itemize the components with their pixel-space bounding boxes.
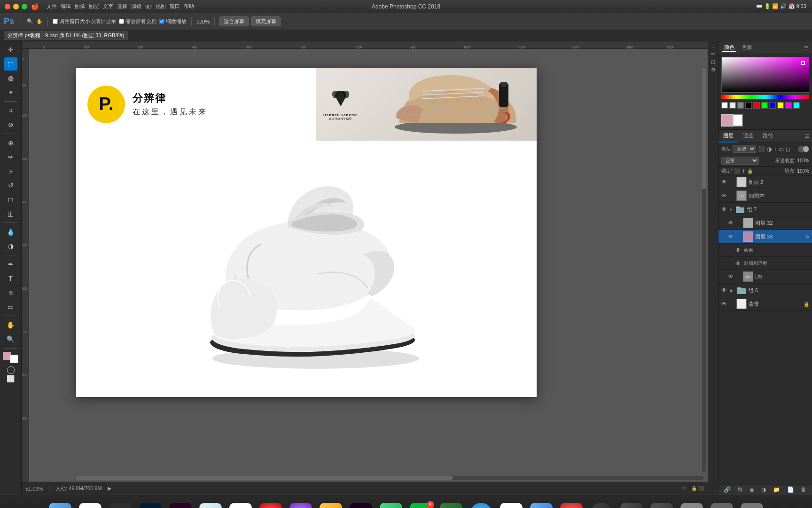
clone-tool[interactable]: ⎘ — [4, 165, 17, 178]
layer-fx-33[interactable]: fx — [806, 234, 809, 239]
layer-eye-bevel[interactable]: 👁 — [735, 260, 742, 267]
layer-item-group7[interactable]: 👁 ▾ 组 7 — [718, 203, 812, 216]
color-gradient-square[interactable] — [721, 57, 809, 93]
dock-sketch[interactable]: 💎 — [227, 501, 254, 508]
menu-file[interactable]: 文件 — [47, 3, 57, 10]
swatch-gray[interactable] — [737, 102, 744, 109]
new-layer-icon[interactable]: 📄 — [787, 486, 794, 493]
layer-item-bevel[interactable]: 👁 斜面和浮雕 — [718, 257, 812, 270]
add-link-icon[interactable]: 🔗 — [724, 486, 731, 493]
dock-search[interactable]: 🔍 — [197, 501, 224, 508]
blur-tool[interactable]: 💧 — [4, 225, 17, 238]
dock-ps[interactable]: Ps — [137, 501, 164, 508]
layer-item-03[interactable]: 👁 03 03副本 — [718, 189, 812, 203]
layer-type-filter[interactable]: 类型 — [733, 145, 756, 153]
vertical-scrollbar[interactable] — [702, 68, 706, 472]
fill-screen-button[interactable]: 填充屏幕 — [251, 16, 281, 26]
layer-item-32[interactable]: 👁 图层 32 — [718, 216, 812, 230]
menu-view[interactable]: 视图 — [156, 3, 166, 10]
filter-adjust-icon[interactable]: ◑ — [767, 146, 772, 152]
dock-ai[interactable]: Ai — [107, 501, 133, 508]
quick-mask-icon[interactable]: ◯ — [7, 365, 15, 374]
swatch-red[interactable] — [753, 102, 760, 109]
group6-arrow[interactable]: ▶ — [730, 288, 734, 293]
layer-eye-group7[interactable]: 👁 — [721, 206, 728, 213]
layers-panel-menu[interactable]: ☰ — [802, 131, 812, 141]
toolbar-zoom-tool[interactable]: 🔍 — [27, 18, 33, 24]
zoom-tool[interactable]: 🔍 — [4, 333, 17, 346]
layer-eye-bg[interactable]: 👁 — [721, 301, 728, 307]
adjustment-icon[interactable]: ◑ — [761, 486, 766, 493]
panel-menu-icon[interactable]: ☰ — [804, 45, 808, 50]
eraser-tool[interactable]: ◻ — [4, 193, 17, 206]
add-mask-icon[interactable]: ◉ — [750, 486, 754, 493]
menu-window[interactable]: 窗口 — [170, 3, 180, 10]
group7-arrow[interactable]: ▾ — [730, 207, 732, 212]
panel-edit-icon[interactable]: ✏ — [711, 51, 715, 57]
color-tab[interactable]: 颜色 — [722, 43, 736, 52]
dock-qq[interactable]: 🐧 — [528, 501, 554, 508]
toolbar-hand-tool[interactable]: ✋ — [36, 18, 43, 24]
swatch-blue[interactable] — [769, 102, 776, 109]
lasso-tool[interactable]: ◍ — [4, 71, 17, 85]
screen-mode-icon[interactable]: ⬜ — [7, 375, 15, 382]
history-tool[interactable]: ↺ — [4, 179, 17, 192]
dock-finder[interactable]: 😊 — [47, 501, 73, 508]
lock-move-icon[interactable]: ✛ — [742, 168, 745, 174]
swatch-green[interactable] — [761, 102, 768, 109]
layer-eye-2[interactable]: 👁 — [721, 179, 728, 185]
swatch-black[interactable] — [745, 102, 752, 109]
menu-select[interactable]: 选择 — [117, 3, 127, 10]
path-select-tool[interactable]: ⎋ — [4, 286, 17, 299]
horizontal-scrollbar[interactable] — [76, 476, 704, 480]
pen-tool[interactable]: ✒ — [4, 258, 17, 271]
dock-safari[interactable]: 🌐 — [468, 501, 494, 508]
move-tool[interactable]: ✛ — [4, 43, 17, 56]
shape-tool[interactable]: ▭ — [4, 300, 17, 313]
minimize-button[interactable] — [13, 4, 19, 9]
scrollbar-thumb-v[interactable] — [702, 68, 706, 189]
layer-eye-ds[interactable]: 👁 — [728, 273, 734, 280]
swatch-cyan[interactable] — [793, 102, 800, 109]
fill-value[interactable]: 100% — [797, 168, 809, 174]
filter-toggle[interactable] — [798, 146, 809, 152]
layer-item-effect[interactable]: 👁 效果 — [718, 244, 812, 257]
layer-item-33[interactable]: 👁 图层 33 fx — [718, 230, 812, 244]
swatch-magenta[interactable] — [785, 102, 792, 109]
tab-layers[interactable]: 图层 — [718, 130, 738, 143]
new-group-icon[interactable]: 📁 — [773, 486, 780, 493]
close-button[interactable] — [5, 4, 10, 9]
layer-item-background[interactable]: 👁 背景 🔒 — [718, 297, 812, 311]
crop-tool[interactable]: ⌗ — [4, 104, 17, 117]
blend-mode-select[interactable]: 正常 — [721, 157, 759, 165]
maximize-button[interactable] — [22, 4, 27, 9]
filter-pixel-icon[interactable]: ⬛ — [758, 146, 765, 152]
swatch-yellow[interactable] — [777, 102, 784, 109]
layer-eye-32[interactable]: 👁 — [728, 220, 734, 226]
menu-filter[interactable]: 滤镜 — [131, 3, 141, 10]
layer-eye-33[interactable]: 👁 — [728, 233, 734, 240]
tab-paths[interactable]: 路径 — [758, 130, 778, 143]
dock-purple-app[interactable]: ♦ — [288, 501, 314, 508]
fit-screen-button[interactable]: 适合屏幕 — [219, 16, 249, 26]
panel-shape-icon[interactable]: ◻ — [711, 59, 715, 65]
checkbox-all-input[interactable] — [119, 19, 124, 24]
dock-multiscreen[interactable]: ⊞ — [648, 501, 675, 508]
swatches-tab[interactable]: 色板 — [740, 43, 754, 52]
opacity-value[interactable]: 100% — [797, 158, 809, 163]
select-tool[interactable]: ⬚ — [4, 57, 17, 71]
dock-leaf[interactable]: 🌿 — [438, 501, 464, 508]
dock-wechat[interactable]: 💬 5 — [408, 501, 434, 508]
layer-eye-effect[interactable]: 👁 — [735, 247, 742, 254]
filter-smart-icon[interactable]: ◻ — [786, 146, 790, 152]
dock-terminal[interactable]: >_ — [618, 501, 645, 508]
dock-paw[interactable]: 🐾 — [318, 501, 344, 508]
swatch-light[interactable] — [729, 102, 736, 109]
add-style-icon[interactable]: fx — [738, 486, 742, 493]
scrollbar-thumb-h[interactable] — [76, 476, 453, 480]
checkbox-resize-input[interactable] — [53, 19, 58, 24]
healing-tool[interactable]: ⊕ — [4, 136, 17, 150]
document-tab-active[interactable]: 分辨律-ps教程-L9.psd @ 51.1% (图层 33, RGB/8#) — [4, 31, 128, 40]
lock-all-icon[interactable]: 🔒 — [747, 168, 753, 174]
toolbar-checkbox-resize[interactable]: 调整窗口大小以满屏显示 — [53, 18, 116, 25]
